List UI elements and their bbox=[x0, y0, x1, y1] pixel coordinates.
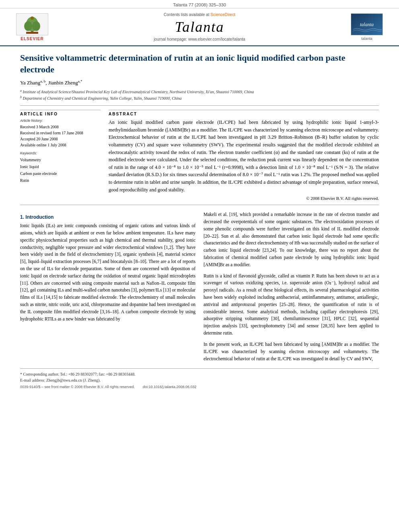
journal-citation-bar: Talanta 77 (2008) 325–330 bbox=[0, 0, 399, 8]
keyword-rutin: Rutin bbox=[20, 177, 101, 184]
abstract-column: ABSTRACT An ionic liquid modified carbon… bbox=[109, 110, 379, 201]
affiliation-a: a Institute of Analytical Science/Shaanx… bbox=[20, 88, 379, 95]
keyword-ionic-liquid: Ionic liquid bbox=[20, 163, 101, 170]
svg-point-4 bbox=[32, 21, 40, 31]
issn-line: 0039-9140/$ – see front matter © 2008 El… bbox=[20, 384, 135, 390]
received-date: Received 3 March 2008 bbox=[20, 124, 101, 130]
doi-line: doi:10.1016/j.talanta.2008.06.032 bbox=[143, 384, 197, 390]
elsevier-brand-text: ELSEVIER bbox=[21, 37, 43, 41]
elsevier-tree-icon bbox=[18, 14, 46, 34]
abstract-header: ABSTRACT bbox=[109, 110, 379, 116]
talanta-logo: talanta talanta bbox=[347, 13, 387, 41]
article-history-block: Article history: Received 3 March 2008 R… bbox=[20, 119, 101, 148]
article-history-label: Article history: bbox=[20, 119, 101, 123]
footnote-section: * Corresponding author. Tel.: +86 29 883… bbox=[20, 368, 379, 391]
footnote-star: * Corresponding author. Tel.: +86 29 883… bbox=[20, 371, 379, 377]
keyword-voltammetry: Voltammetry bbox=[20, 156, 101, 163]
section-number: 1. bbox=[20, 214, 24, 220]
abstract-text: An ionic liquid modified carbon paste el… bbox=[109, 119, 379, 193]
keywords-label: Keywords: bbox=[20, 151, 101, 155]
elsevier-logo: ELSEVIER bbox=[12, 13, 52, 41]
introduction-right-text2: Rutin is a kind of flavonoid glycoside, … bbox=[204, 273, 379, 337]
sciencedirect-link: ScienceDirect bbox=[210, 12, 235, 17]
article-content: Sensitive voltammetric determination of … bbox=[0, 46, 399, 399]
article-info-column: ARTICLE INFO Article history: Received 3… bbox=[20, 110, 101, 201]
talanta-logo-graphic: talanta bbox=[351, 14, 383, 35]
contents-available-label: Contents lists available at bbox=[164, 12, 209, 17]
available-date: Available online 1 July 2008 bbox=[20, 142, 101, 148]
email-address: Zhengjb@nwu.edu.cn (J. Zheng). bbox=[46, 378, 101, 382]
received-revised-date: Received in revised form 17 June 2008 bbox=[20, 130, 101, 136]
header-divider bbox=[20, 105, 379, 106]
introduction-right-text1: Makeli et al. [19], which provided a rem… bbox=[204, 211, 379, 269]
article-title: Sensitive voltammetric determination of … bbox=[20, 52, 379, 75]
abstract-copyright: © 2008 Elsevier B.V. All rights reserved… bbox=[109, 196, 379, 201]
author2-sup: a,* bbox=[78, 79, 82, 83]
keywords-list: Voltammetry Ionic liquid Carbon paste el… bbox=[20, 156, 101, 184]
introduction-right-text3: In the present work, an IL/CPE had been … bbox=[204, 341, 379, 362]
journal-header: ELSEVIER Contents lists available at Sci… bbox=[0, 8, 399, 46]
authors-line: Ya Zhanga, b, Jianbin Zhenga,* bbox=[20, 79, 379, 86]
elsevier-logo-image bbox=[16, 13, 48, 35]
author1-sup: a, b bbox=[40, 79, 45, 83]
body-left-column: 1. Introduction Ionic liquids (ILs) are … bbox=[20, 211, 195, 362]
author1-name: Ya Zhang bbox=[20, 80, 40, 86]
journal-center: Contents lists available at ScienceDirec… bbox=[52, 12, 347, 41]
journal-citation: Talanta 77 (2008) 325–330 bbox=[173, 2, 226, 7]
footnote-email: E-mail address: Zhengjb@nwu.edu.cn (J. Z… bbox=[20, 377, 379, 383]
journal-name: Talanta bbox=[52, 18, 347, 35]
introduction-title: 1. Introduction bbox=[20, 214, 195, 220]
article-info-header: ARTICLE INFO bbox=[20, 110, 101, 116]
body-two-column: 1. Introduction Ionic liquids (ILs) are … bbox=[20, 211, 379, 362]
accepted-date: Accepted 20 June 2008 bbox=[20, 136, 101, 142]
email-label: E-mail address: bbox=[20, 378, 45, 382]
body-divider bbox=[20, 205, 379, 205]
svg-point-6 bbox=[31, 16, 34, 20]
article-info-abstract-section: ARTICLE INFO Article history: Received 3… bbox=[20, 110, 379, 201]
journal-homepage: journal homepage: www.elsevier.com/locat… bbox=[52, 37, 347, 41]
section-title-text: Introduction bbox=[25, 214, 53, 220]
page-wrapper: Talanta 77 (2008) 325–330 bbox=[0, 0, 399, 399]
svg-rect-5 bbox=[26, 32, 38, 34]
bottom-bar: 0039-9140/$ – see front matter © 2008 El… bbox=[20, 383, 379, 391]
sciencedirect-line: Contents lists available at ScienceDirec… bbox=[52, 12, 347, 17]
keyword-carbon-paste: Carbon paste electrode bbox=[20, 170, 101, 177]
author2-name: Jianbin Zheng bbox=[48, 80, 78, 86]
introduction-left-text: Ionic liquids (ILs) are ionic compounds … bbox=[20, 222, 195, 322]
affiliations: a Institute of Analytical Science/Shaanx… bbox=[20, 88, 379, 102]
talanta-brand-text: talanta bbox=[361, 37, 372, 41]
affiliation-b: b Department of Chemistry and Chemical E… bbox=[20, 95, 379, 101]
body-right-column: Makeli et al. [19], which provided a rem… bbox=[204, 211, 379, 362]
svg-text:talanta: talanta bbox=[360, 22, 374, 27]
svg-point-3 bbox=[24, 21, 32, 31]
keywords-block: Keywords: Voltammetry Ionic liquid Carbo… bbox=[20, 151, 101, 184]
talanta-logo-image: talanta bbox=[351, 13, 383, 35]
